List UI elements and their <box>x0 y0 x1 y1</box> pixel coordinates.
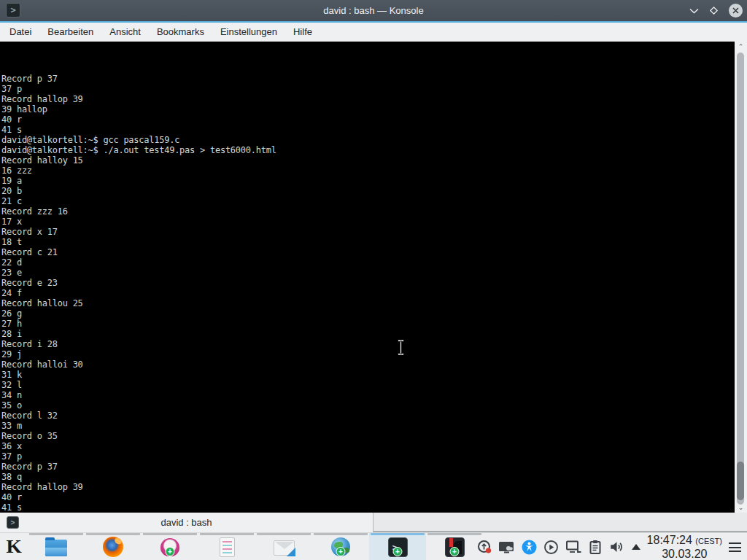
tab-label: david : bash <box>0 517 373 528</box>
plus-badge-icon: + <box>450 547 460 556</box>
maximize-button[interactable] <box>709 6 719 15</box>
terminal-line: Record halloy 15 <box>1 155 732 166</box>
menu-item[interactable]: Datei <box>1 23 39 42</box>
scroll-down-icon[interactable]: ⌄ <box>735 503 747 512</box>
terminal-line: 36 x <box>1 441 732 451</box>
terminal-line: Record hallop 39 <box>1 94 732 104</box>
window-titlebar[interactable]: > david : bash — Konsole <box>0 0 747 21</box>
terminal-line: 35 o <box>1 400 732 411</box>
close-button[interactable] <box>729 4 743 18</box>
terminal-line: 17 x <box>1 217 732 227</box>
terminal-line: 24 f <box>1 288 732 298</box>
terminal-line: 40 r <box>1 492 732 502</box>
task-button[interactable] <box>255 533 312 560</box>
menu-item[interactable]: Bookmarks <box>149 23 212 42</box>
clock-timezone: (CEST) <box>695 537 722 545</box>
expand-tray-icon[interactable] <box>632 544 640 550</box>
desktop-screen: > david : bash — Konsole DateiBearbeiten… <box>0 0 747 560</box>
terminal-line: Record halloi 30 <box>1 359 732 370</box>
screen-layout-icon[interactable] <box>498 540 515 554</box>
terminal-line: 31 k <box>1 370 732 380</box>
terminal-line: Record x 17 <box>1 227 732 237</box>
accessibility-icon[interactable] <box>522 540 537 555</box>
clipboard-icon[interactable] <box>589 540 602 555</box>
terminal-line: Record l 32 <box>1 411 732 421</box>
clock-date: 30.03.20 <box>647 548 722 560</box>
plus-badge-icon: + <box>393 547 403 556</box>
minimize-button[interactable] <box>689 8 699 14</box>
task-indicator <box>143 533 197 535</box>
task-button[interactable]: + <box>426 533 483 560</box>
terminal-line: 39 hallop <box>1 104 732 114</box>
konsole-tab-icon: > <box>7 516 19 529</box>
task-button[interactable] <box>28 533 85 560</box>
terminal-line: 37 p <box>1 84 732 94</box>
terminal-line: 22 d <box>1 257 732 268</box>
terminal-line: 33 m <box>1 421 732 431</box>
terminal-line: 28 i <box>1 329 732 339</box>
terminal-line: david@talkortell:~$ gcc pascal159.c <box>1 135 732 145</box>
terminal-line: Record p 37 <box>1 462 732 472</box>
task-button[interactable] <box>198 533 255 560</box>
terminal-line: Record hallop 39 <box>1 482 732 492</box>
application-launcher-button[interactable]: K <box>0 533 28 560</box>
terminal-line: 41 s <box>1 125 732 135</box>
app-icon <box>220 537 235 557</box>
task-button[interactable]: + <box>369 533 426 560</box>
task-indicator <box>86 533 140 535</box>
menu-item[interactable]: Hilfe <box>285 23 320 42</box>
display-network-icon[interactable] <box>565 540 582 554</box>
terminal-line: 27 h <box>1 319 732 329</box>
terminal-output[interactable]: Record p 3737 pRecord hallop 3939 hallop… <box>1 43 732 533</box>
terminal-line: Record p 37 <box>1 74 732 84</box>
terminal-line: 26 g <box>1 308 732 319</box>
terminal-line: 29 j <box>1 349 732 359</box>
tab-bar: > david : bash <box>0 513 747 532</box>
terminal-line: 38 q <box>1 472 732 482</box>
terminal-line: Record e 23 <box>1 278 732 288</box>
terminal-line: 20 b <box>1 186 732 196</box>
terminal-line: Record zzz 16 <box>1 206 732 217</box>
window-title: david : bash — Konsole <box>0 5 747 16</box>
task-button[interactable] <box>85 533 142 560</box>
tab-david-bash[interactable]: > david : bash <box>0 513 374 532</box>
terminal-line: 23 e <box>1 268 732 278</box>
menu-item[interactable]: Ansicht <box>101 23 149 42</box>
menu-item[interactable]: Bearbeiten <box>39 23 101 42</box>
media-player-icon[interactable] <box>543 540 559 555</box>
terminal-line: 34 n <box>1 390 732 400</box>
app-icon <box>45 540 67 556</box>
terminal-line: 21 c <box>1 196 732 206</box>
scrollbar-thumb[interactable] <box>737 462 744 500</box>
menu-item[interactable]: Einstellungen <box>212 23 285 42</box>
plus-badge-icon: + <box>336 547 346 556</box>
terminal-line: 19 a <box>1 176 732 186</box>
task-button[interactable]: + <box>142 533 198 560</box>
terminal-line: david@talkortell:~$ ./a.out test49.pas >… <box>1 145 732 155</box>
software-updates-icon[interactable] <box>477 540 492 554</box>
task-indicator <box>200 533 254 535</box>
app-icon: + <box>388 537 408 557</box>
task-indicator <box>371 533 425 535</box>
scroll-up-icon[interactable]: ⌃ <box>735 42 747 51</box>
scrollbar-groove[interactable] <box>737 52 744 505</box>
terminal-scrollbar[interactable]: ⌃ ⌄ <box>735 42 747 513</box>
volume-icon[interactable] <box>608 539 625 555</box>
task-button[interactable]: + <box>312 533 369 560</box>
terminal-line: 18 t <box>1 237 732 247</box>
terminal-line: 41 s <box>1 502 732 513</box>
terminal-line: 32 l <box>1 380 732 390</box>
terminal-line: Record hallou 25 <box>1 298 732 308</box>
panel-menu-icon[interactable] <box>729 542 741 552</box>
app-icon <box>103 537 123 557</box>
task-indicator <box>29 533 83 535</box>
terminal-view[interactable]: Record p 3737 pRecord hallop 3939 hallop… <box>0 42 747 513</box>
clock-time: 18:47:24 <box>647 534 692 546</box>
task-indicator <box>257 533 311 535</box>
app-icon <box>274 540 295 556</box>
digital-clock[interactable]: 18:47:24 (CEST) 30.03.20 <box>647 534 722 560</box>
terminal-line: 40 r <box>1 114 732 125</box>
terminal-line: 37 p <box>1 451 732 462</box>
task-indicator <box>427 533 481 535</box>
plus-badge-icon: + <box>166 547 175 556</box>
